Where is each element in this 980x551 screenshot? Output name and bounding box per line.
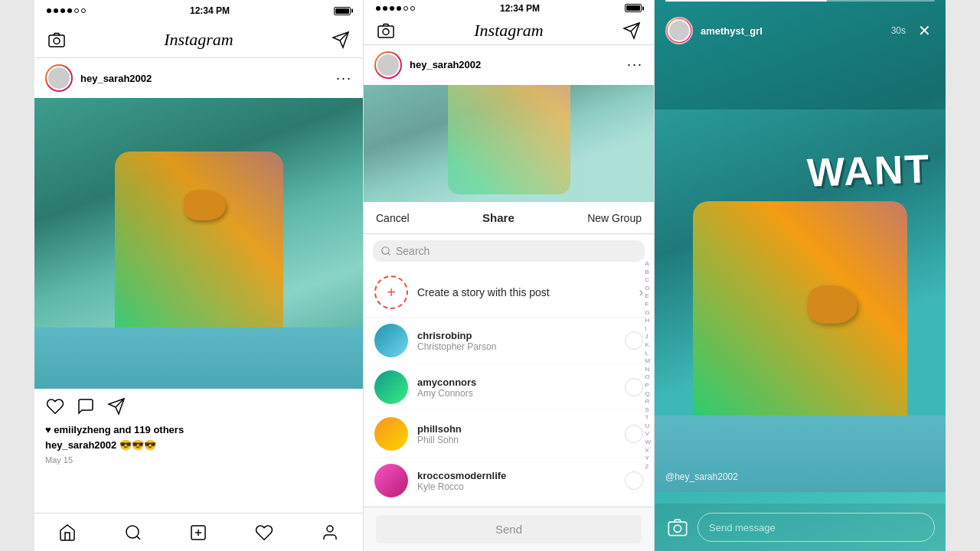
more-button-mid[interactable]: ··· <box>627 57 643 73</box>
svg-line-14 <box>388 253 390 256</box>
contact-avatar-4 <box>374 464 408 497</box>
battery-fill <box>335 8 349 14</box>
story-progress <box>655 0 946 8</box>
nav-profile[interactable] <box>315 517 345 548</box>
send-btn-container: Send <box>364 507 654 551</box>
battery-left <box>334 7 351 15</box>
more-button-left[interactable]: ··· <box>336 70 352 86</box>
story-time: 30s <box>891 25 906 36</box>
share-bar: Cancel Share New Group <box>364 202 654 234</box>
story-nugget <box>808 285 858 324</box>
table-surface-left <box>34 328 363 389</box>
send-button-left[interactable] <box>329 28 352 51</box>
send-message-input[interactable]: Send message <box>697 513 935 542</box>
post-caption-left: hey_sarah2002 😎😎😎 <box>34 439 363 454</box>
contact-fullname-4: Kyle Rocco <box>417 481 616 492</box>
svg-point-9 <box>327 526 333 532</box>
send-button-mid[interactable] <box>620 19 643 42</box>
dot-4 <box>67 8 72 13</box>
status-bar-left: 12:34 PM <box>34 0 363 21</box>
contact-username-4: kroccosmodernlife <box>417 470 616 481</box>
left-phone: 12:34 PM Instagram <box>34 0 364 551</box>
dot-3 <box>60 8 65 13</box>
camera-button-mid[interactable] <box>374 19 397 42</box>
svg-line-5 <box>136 536 139 539</box>
create-story-row[interactable]: + Create a story with this post › <box>364 268 654 318</box>
contact-row[interactable]: phillsohn Phill Sohn <box>364 411 654 458</box>
search-input[interactable]: Search <box>396 245 637 257</box>
status-time-mid: 12:34 PM <box>500 3 540 14</box>
new-group-button[interactable]: New Group <box>587 212 642 224</box>
select-circle-1[interactable] <box>625 331 643 350</box>
dot-m4 <box>397 6 401 11</box>
dot-m6 <box>410 6 415 11</box>
nugget-left <box>184 190 226 220</box>
story-shoe-scene: WANT <box>655 109 946 492</box>
progress-bar-bg <box>665 0 935 2</box>
svg-point-16 <box>674 525 681 532</box>
send-message-placeholder: Send message <box>709 522 776 533</box>
like-button-left[interactable] <box>45 396 65 416</box>
close-button[interactable]: ✕ <box>913 20 935 41</box>
dot-1 <box>47 8 51 13</box>
avatar-inner-left <box>47 66 71 90</box>
story-camera-button[interactable] <box>665 515 690 540</box>
svg-point-1 <box>54 37 60 44</box>
avatar-mid <box>374 51 402 79</box>
dot-2 <box>54 8 58 13</box>
dot-m5 <box>403 6 408 11</box>
contact-row[interactable]: kroccosmodernlife Kyle Rocco <box>364 458 654 504</box>
search-icon <box>381 246 391 256</box>
likes-text: ♥ emiilyzheng and 119 others <box>45 424 184 435</box>
share-title: Share <box>482 211 514 224</box>
nav-home[interactable] <box>52 517 83 548</box>
contact-avatar-1 <box>374 324 408 357</box>
mid-phone: 12:34 PM Instagram <box>364 0 655 551</box>
contact-info-3: phillsohn Phill Sohn <box>417 423 616 445</box>
cancel-button[interactable]: Cancel <box>376 212 410 224</box>
svg-rect-10 <box>378 26 394 37</box>
chevron-right-icon: › <box>639 285 643 299</box>
post-header-left: hey_sarah2002 ··· <box>34 58 363 98</box>
camera-button[interactable] <box>45 28 68 51</box>
battery-icon <box>334 7 351 15</box>
signal-dots <box>47 8 86 13</box>
select-circle-3[interactable] <box>625 425 643 443</box>
progress-bar-fill <box>665 0 827 2</box>
nav-search[interactable] <box>118 517 149 548</box>
comment-button-left[interactable] <box>76 396 96 416</box>
ig-logo-left: Instagram <box>164 30 233 50</box>
create-story-label: Create a story with this post <box>417 286 630 298</box>
contact-info-2: amyconnors Amy Connors <box>417 377 616 399</box>
post-username-mid: hey_sarah2002 <box>410 59 619 70</box>
nav-add[interactable] <box>183 517 214 548</box>
ig-header-mid: Instagram <box>364 16 654 44</box>
avatar-inner-mid <box>376 53 400 77</box>
avatar-left <box>45 64 73 92</box>
want-text: WANT <box>806 145 931 196</box>
mid-shoe <box>448 85 570 194</box>
story-avatar <box>665 17 693 44</box>
status-time-left: 12:34 PM <box>190 5 230 16</box>
select-circle-2[interactable] <box>625 378 643 396</box>
contact-info-4: kroccosmodernlife Kyle Rocco <box>417 470 616 492</box>
send-button[interactable]: Send <box>376 515 642 543</box>
dot-m2 <box>383 6 387 11</box>
share-button-left[interactable] <box>106 396 126 416</box>
story-panel: amethyst_grl 30s ✕ WANT @hey_sarah2002 <box>655 0 946 551</box>
mid-post-preview <box>364 85 654 202</box>
contact-username-3: phillsohn <box>417 423 616 435</box>
svg-rect-15 <box>668 522 686 536</box>
story-username: amethyst_grl <box>701 25 884 37</box>
nav-heart[interactable] <box>249 517 279 548</box>
alphabet-sidebar: A B C D E F G H I J K L M N O P Q R S T … <box>645 260 651 470</box>
contact-username-2: amyconnors <box>417 377 616 388</box>
contact-row[interactable]: chrisrobinp Christopher Parson <box>364 318 654 364</box>
select-circle-4[interactable] <box>625 471 643 490</box>
post-date-left: May 15 <box>34 454 363 471</box>
post-likes-left: ♥ emiilyzheng and 119 others <box>34 424 363 439</box>
search-bar[interactable]: Search <box>373 240 645 262</box>
status-bar-mid: 12:34 PM <box>364 0 654 16</box>
contact-row[interactable]: amyconnors Amy Connors <box>364 364 654 411</box>
post-username-left: hey_sarah2002 <box>80 73 328 84</box>
